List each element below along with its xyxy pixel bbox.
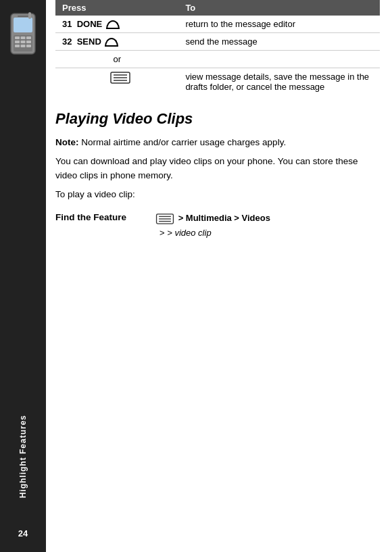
- svg-rect-11: [21, 45, 26, 47]
- to-play-line: To play a video clip:: [55, 188, 380, 201]
- svg-rect-3: [28, 12, 31, 19]
- svg-rect-13: [18, 16, 28, 17]
- table-row: 32 SEND send the message: [55, 33, 380, 51]
- find-feature-path: > Multimedia > Videos > > video clip: [155, 211, 270, 241]
- note-label: Note:: [55, 137, 79, 147]
- press-cell-or: or: [55, 51, 178, 68]
- press-table: Press To 31 DONE return to the message e…: [55, 0, 380, 95]
- table-row-or: or: [55, 51, 380, 68]
- menu-icon: [110, 72, 130, 84]
- svg-rect-9: [26, 41, 31, 43]
- table-row: 31 DONE return to the message editor: [55, 16, 380, 33]
- table-header-to: To: [178, 0, 380, 16]
- svg-rect-12: [26, 45, 31, 47]
- svg-rect-8: [21, 41, 26, 43]
- svg-rect-4: [15, 36, 20, 39]
- press-cell-menu: [55, 68, 178, 96]
- row-num-32: 32: [62, 36, 74, 47]
- phone-button-arc-31: [106, 20, 120, 29]
- svg-rect-1: [14, 18, 32, 32]
- path-line2-text: > video clip: [167, 228, 211, 238]
- to-cell-32: send the message: [178, 33, 380, 51]
- svg-rect-7: [15, 41, 20, 43]
- press-cell-31: 31 DONE: [55, 16, 178, 33]
- page-number: 24: [0, 528, 46, 538]
- row-num-31: 31: [62, 19, 74, 29]
- note-paragraph: Note: Normal airtime and/or carrier usag…: [55, 136, 380, 149]
- to-cell-or: [178, 51, 380, 68]
- find-feature-row: Find the Feature > Multimedia > Videos >…: [55, 211, 380, 241]
- sidebar: Highlight Features 24: [0, 0, 46, 552]
- sidebar-label: Highlight Features: [18, 415, 28, 498]
- path-line1: > Multimedia > Videos: [178, 213, 270, 223]
- to-cell-31: return to the message editor: [178, 16, 380, 33]
- code-send: SEND: [77, 36, 101, 47]
- body-para-1: You can download and play video clips on…: [55, 155, 380, 182]
- table-row-menu: view message details, save the message i…: [55, 68, 380, 96]
- path-line2: > > video clip: [160, 228, 212, 238]
- sidebar-label-wrapper: Highlight Features: [0, 415, 46, 498]
- svg-rect-6: [26, 36, 31, 39]
- menu-icon-inline: [155, 214, 174, 224]
- note-text: Normal airtime and/or carrier usage char…: [79, 137, 287, 147]
- phone-button-arc-32: [105, 38, 118, 47]
- table-header-press: Press: [55, 0, 178, 16]
- phone-illustration: [5, 12, 41, 61]
- to-cell-menu: view message details, save the message i…: [178, 68, 380, 96]
- svg-rect-10: [15, 45, 20, 47]
- svg-rect-5: [21, 36, 26, 39]
- find-feature-label: Find the Feature: [55, 211, 155, 222]
- code-done: DONE: [77, 19, 103, 29]
- press-cell-32: 32 SEND: [55, 33, 178, 51]
- section-title: Playing Video Clips: [55, 110, 380, 128]
- main-content: Press To 31 DONE return to the message e…: [46, 0, 392, 552]
